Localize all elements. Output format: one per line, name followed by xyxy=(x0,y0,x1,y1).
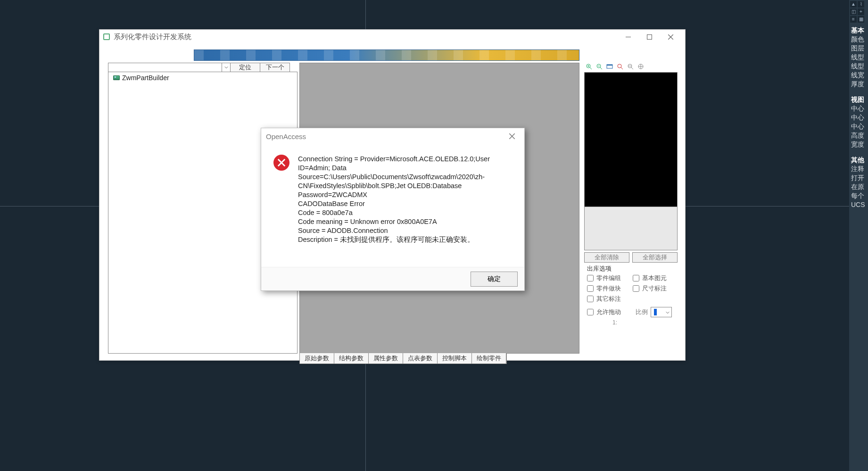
sidebar-label-6: 厚度 xyxy=(849,79,868,88)
locate-button[interactable]: 定位 xyxy=(230,63,260,72)
next-button[interactable]: 下一个 xyxy=(260,63,290,72)
opt-group[interactable]: 零件编组 xyxy=(587,274,629,282)
preview-list[interactable] xyxy=(584,207,678,250)
opt-other[interactable]: 其它标注 xyxy=(587,295,629,303)
sidebar-label-13: 宽度 xyxy=(849,140,868,149)
tab-1[interactable]: 结构参数 xyxy=(334,353,369,364)
titlebar[interactable]: 系列化零件设计开发系统 xyxy=(99,30,685,44)
sidebar-label-7 xyxy=(849,88,868,95)
sidebar-label-10: 中心 xyxy=(849,113,868,122)
dialog-title: OpenAccess xyxy=(266,132,306,140)
sidebar-icon-grid: ▲ ⌇ ◫ + ≡ ▦ xyxy=(849,0,868,24)
sidebar-label-0: 基本 xyxy=(849,25,868,34)
layer-icon[interactable]: ◫ xyxy=(850,8,857,15)
select-all-button[interactable]: 全部选择 xyxy=(632,252,678,263)
svg-point-5 xyxy=(618,64,621,68)
svg-rect-4 xyxy=(607,65,612,66)
zoom-extents-icon[interactable] xyxy=(616,63,624,70)
tab-5[interactable]: 绘制零件 xyxy=(472,353,506,364)
tab-4[interactable]: 控制脚本 xyxy=(438,353,472,364)
chart-icon[interactable]: ⌇ xyxy=(858,1,864,8)
dialog-message: Connection String = Provider=Microsoft.A… xyxy=(298,155,512,263)
component-icon xyxy=(113,75,120,80)
ratio-label: 比例 xyxy=(636,308,648,316)
search-combo[interactable] xyxy=(108,63,231,72)
svg-rect-0 xyxy=(647,34,652,39)
banner-image xyxy=(194,50,579,61)
zoom-in-icon[interactable] xyxy=(585,63,593,70)
close-button[interactable] xyxy=(660,30,681,44)
sidebar-label-18: 在原 xyxy=(849,182,868,191)
sidebar-label-20: UCS xyxy=(849,200,868,209)
opt-drag[interactable]: 允许拖动 xyxy=(587,305,629,319)
list-icon[interactable]: ≡ xyxy=(850,16,857,23)
chevron-down-icon[interactable] xyxy=(222,63,230,72)
ratio-combo[interactable] xyxy=(651,307,672,317)
ratio-handle-icon xyxy=(654,309,657,315)
zoom-fit-icon[interactable] xyxy=(627,63,634,70)
canvas-tabs: 原始参数结构参数属性参数点表参数控制脚本绘制零件 xyxy=(299,353,507,364)
sidebar-label-5: 线宽 xyxy=(849,70,868,79)
zoom-out-icon[interactable] xyxy=(595,63,603,70)
sidebar-labels: 基本颜色图层线型线型线宽厚度视图中心中心中心高度宽度其他注释打开在原每个UCS xyxy=(849,24,868,209)
error-dialog: OpenAccess Connection String = Provider=… xyxy=(261,128,525,291)
zoom-window-icon[interactable] xyxy=(606,63,613,70)
tree-root-item[interactable]: ZwmPartBuilder xyxy=(108,72,297,83)
tree-root-label: ZwmPartBuilder xyxy=(122,74,169,82)
tab-0[interactable]: 原始参数 xyxy=(300,353,334,364)
sidebar-label-11: 中心 xyxy=(849,122,868,131)
sidebar-label-16: 注释 xyxy=(849,164,868,173)
preview-3d[interactable] xyxy=(584,72,678,207)
dialog-close-button[interactable] xyxy=(504,129,520,144)
chevron-down-icon[interactable] xyxy=(666,309,670,316)
dialog-titlebar[interactable]: OpenAccess xyxy=(261,128,524,144)
tab-3[interactable]: 点表参数 xyxy=(403,353,438,364)
plus-icon[interactable]: + xyxy=(858,8,864,15)
error-icon xyxy=(273,155,289,171)
opt-prim[interactable]: 基本图元 xyxy=(633,274,675,282)
sidebar-label-9: 中心 xyxy=(849,104,868,113)
sidebar-label-2: 图层 xyxy=(849,43,868,52)
ratio-value: 1: xyxy=(612,319,678,326)
opt-dim[interactable]: 尺寸标注 xyxy=(633,284,675,293)
grid-icon[interactable]: ▦ xyxy=(858,16,864,23)
sidebar-label-1: 颜色 xyxy=(849,34,868,43)
minimize-button[interactable] xyxy=(618,30,639,44)
sidebar-label-19: 每个 xyxy=(849,191,868,200)
opt-block[interactable]: 零件做块 xyxy=(587,284,629,293)
zoom-all-icon[interactable] xyxy=(637,63,645,70)
options-title: 出库选项 xyxy=(587,264,678,273)
preview-toolbar xyxy=(584,63,678,71)
app-icon xyxy=(103,33,110,40)
sidebar-label-15: 其他 xyxy=(849,155,868,164)
clear-all-button[interactable]: 全部清除 xyxy=(584,252,629,263)
sidebar-label-4: 线型 xyxy=(849,61,868,70)
sidebar-label-12: 高度 xyxy=(849,131,868,140)
sidebar-label-17: 打开 xyxy=(849,173,868,182)
sidebar-label-14 xyxy=(849,149,868,155)
app-title: 系列化零件设计开发系统 xyxy=(114,33,191,41)
sidebar-label-8: 视图 xyxy=(849,95,868,104)
maximize-button[interactable] xyxy=(639,30,660,44)
palette-icon[interactable]: ▲ xyxy=(850,1,857,8)
dialog-ok-button[interactable]: 确定 xyxy=(471,272,518,287)
sidebar-label-3: 线型 xyxy=(849,52,868,61)
properties-sidebar: ▲ ⌇ ◫ + ≡ ▦ 基本颜色图层线型线型线宽厚度视图中心中心中心高度宽度其他… xyxy=(849,0,868,471)
tab-2[interactable]: 属性参数 xyxy=(369,353,403,364)
